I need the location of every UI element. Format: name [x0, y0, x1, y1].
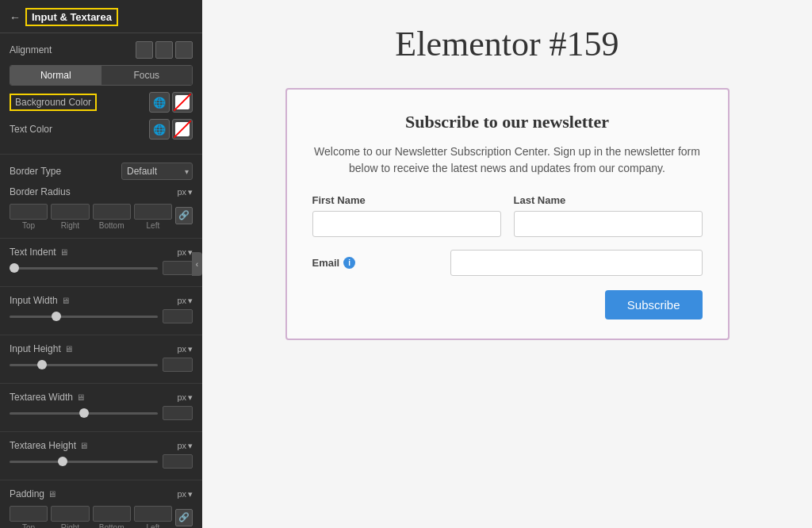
alignment-label: Alignment: [10, 44, 52, 55]
bg-color-row: Background Color 🌐: [10, 92, 193, 113]
padding-inputs-row: Top Right Bottom Left 🔗: [10, 503, 193, 528]
br-left-label: Left: [134, 221, 172, 230]
textarea-width-slider-row: [10, 406, 193, 420]
input-height-value[interactable]: [163, 358, 193, 372]
padding-right[interactable]: [51, 506, 89, 522]
input-height-section: Input Height 🖥 px▾: [0, 335, 202, 384]
border-type-select[interactable]: Default None Solid Dashed Dotted: [121, 163, 193, 180]
bg-color-label: Background Color: [10, 94, 97, 111]
border-type-row: Border Type Default None Solid Dashed Do…: [10, 163, 193, 180]
input-height-slider[interactable]: [10, 364, 158, 366]
align-center-btn[interactable]: [155, 41, 173, 59]
textarea-width-unit: px▾: [177, 392, 193, 403]
text-indent-value[interactable]: [163, 261, 193, 275]
text-indent-unit: px ▾: [177, 247, 193, 258]
text-indent-label: Text Indent 🖥: [10, 247, 68, 258]
text-indent-slider-row: [10, 261, 193, 275]
textarea-width-value[interactable]: [163, 406, 193, 420]
text-indent-section: Text Indent 🖥 px ▾: [0, 239, 202, 287]
border-radius-unit: px ▾: [177, 187, 193, 197]
newsletter-card: Subscribe to our newsletter Welcome to o…: [285, 88, 730, 340]
newsletter-description: Welcome to our Newsletter Subscription C…: [312, 143, 703, 177]
email-label: Email: [312, 257, 340, 269]
email-info-icon: i: [343, 257, 355, 269]
padding-top[interactable]: [10, 506, 48, 522]
input-width-value[interactable]: [163, 309, 193, 323]
tab-normal[interactable]: Normal: [10, 66, 102, 85]
monitor-icon3: 🖥: [64, 344, 73, 354]
panel-collapse-handle[interactable]: ‹: [192, 252, 202, 276]
border-radius-right[interactable]: [51, 204, 89, 220]
padding-link-btn[interactable]: 🔗: [175, 509, 193, 526]
last-name-input[interactable]: [514, 211, 703, 237]
border-radius-left[interactable]: [134, 204, 172, 220]
input-width-row: Input Width 🖥 px▾: [10, 295, 193, 306]
border-radius-top[interactable]: [10, 204, 48, 220]
input-height-slider-row: [10, 358, 193, 372]
pad-left-label: Left: [134, 523, 172, 528]
br-top-label: Top: [10, 221, 48, 230]
monitor-icon5: 🖥: [79, 441, 88, 450]
text-color-global-btn[interactable]: 🌐: [149, 119, 170, 140]
bg-color-swatch-btn[interactable]: [172, 92, 193, 113]
border-radius-inputs-row: Top Right Bottom Left 🔗: [10, 201, 193, 230]
br-right-label: Right: [51, 221, 89, 230]
bg-color-global-btn[interactable]: 🌐: [149, 92, 170, 113]
padding-left[interactable]: [134, 506, 172, 522]
first-name-field: First Name: [312, 194, 501, 237]
padding-inputs: Top Right Bottom Left: [10, 503, 172, 528]
left-panel: ← Input & Textarea Alignment Normal Focu…: [0, 0, 202, 528]
text-indent-slider[interactable]: [10, 267, 158, 270]
email-input[interactable]: [450, 250, 702, 276]
textarea-height-label: Textarea Height 🖥: [10, 440, 88, 451]
name-fields-row: First Name Last Name: [312, 194, 703, 237]
input-width-section: Input Width 🖥 px▾: [0, 287, 202, 335]
newsletter-title: Subscribe to our newsletter: [312, 112, 703, 132]
padding-bottom[interactable]: [93, 506, 131, 522]
br-bottom-label: Bottom: [93, 221, 131, 230]
tab-focus[interactable]: Focus: [102, 66, 193, 85]
input-width-slider-row: [10, 309, 193, 323]
input-height-row: Input Height 🖥 px▾: [10, 343, 193, 354]
email-label-wrap: Email i: [312, 257, 439, 269]
panel-header: ← Input & Textarea: [0, 0, 202, 33]
text-color-row: Text Color 🌐: [10, 119, 193, 140]
textarea-height-slider[interactable]: [10, 461, 158, 463]
border-radius-link-btn[interactable]: 🔗: [175, 207, 193, 224]
align-right-btn[interactable]: [175, 41, 193, 59]
textarea-width-row: Textarea Width 🖥 px▾: [10, 392, 193, 403]
pad-bottom-label: Bottom: [93, 523, 131, 528]
border-type-select-wrap: Default None Solid Dashed Dotted: [121, 163, 193, 180]
bg-color-controls: 🌐: [149, 92, 193, 113]
monitor-icon2: 🖥: [61, 296, 70, 305]
textarea-height-value[interactable]: [163, 454, 193, 469]
text-color-swatch-btn[interactable]: [172, 119, 193, 140]
textarea-height-slider-row: [10, 454, 193, 469]
back-arrow-icon[interactable]: ←: [10, 11, 21, 24]
text-color-label: Text Color: [10, 124, 52, 135]
monitor-icon6: 🖥: [48, 489, 56, 499]
border-type-label: Border Type: [10, 166, 61, 177]
border-radius-bottom[interactable]: [93, 204, 131, 220]
padding-unit: px▾: [177, 489, 193, 499]
monitor-icon4: 🖥: [76, 392, 85, 402]
first-name-input[interactable]: [312, 211, 501, 237]
align-left-btn[interactable]: [136, 41, 153, 59]
border-radius-row: Border Radius px ▾: [10, 186, 193, 197]
input-width-label: Input Width 🖥: [10, 295, 70, 306]
border-type-section: Border Type Default None Solid Dashed Do…: [0, 155, 202, 239]
padding-label: Padding 🖥: [10, 488, 56, 499]
main-content: Elementor #159 Subscribe to our newslett…: [202, 0, 812, 528]
pad-top-label: Top: [10, 523, 48, 528]
padding-section: Padding 🖥 px▾ Top Right Bottom Lef: [0, 480, 202, 528]
textarea-height-unit: px▾: [177, 441, 193, 451]
textarea-width-slider[interactable]: [10, 412, 158, 415]
textarea-width-label: Textarea Width 🖥: [10, 392, 85, 403]
subscribe-button[interactable]: Subscribe: [605, 290, 703, 319]
input-width-slider[interactable]: [10, 316, 158, 318]
last-name-field: Last Name: [514, 194, 703, 237]
padding-row: Padding 🖥 px▾: [10, 488, 193, 499]
first-name-label: First Name: [312, 194, 501, 206]
last-name-label: Last Name: [514, 194, 703, 206]
alignment-section: Alignment Normal Focus Background Color …: [0, 33, 202, 155]
